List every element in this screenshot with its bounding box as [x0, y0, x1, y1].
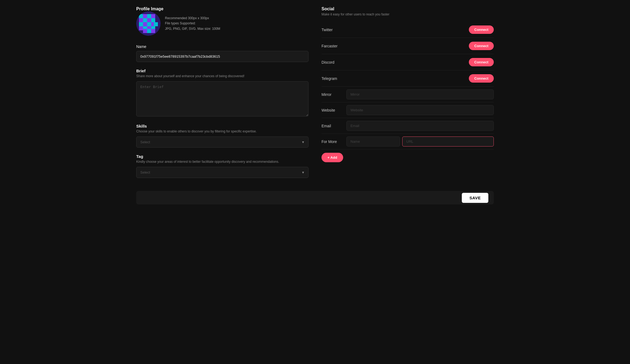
save-button[interactable]: SAVE [462, 193, 488, 203]
social-subtitle: Make it easy for other users to reach yo… [322, 12, 494, 16]
svg-rect-6 [143, 18, 147, 22]
profile-image-info: Recommended 300px x 300px File types Sup… [165, 16, 220, 31]
tag-select[interactable]: Select DeFi NFT Gaming DAO Web3 AI [136, 167, 308, 178]
social-row-mirror: Mirror [322, 87, 494, 102]
profile-image-title: Profile Image [136, 6, 163, 11]
social-email-label: Email [322, 124, 343, 128]
skills-select-wrapper: Select Development Design Marketing Writ… [136, 136, 308, 148]
for-more-name-input[interactable] [346, 136, 400, 147]
tag-select-wrapper: Select DeFi NFT Gaming DAO Web3 AI ▼ [136, 167, 308, 178]
social-mirror-label: Mirror [322, 92, 343, 97]
social-title: Social [322, 6, 494, 11]
email-input[interactable] [346, 121, 494, 131]
social-row-email: Email [322, 118, 494, 134]
social-discord-label: Discord [322, 60, 334, 64]
svg-rect-4 [151, 14, 155, 18]
brief-textarea[interactable] [136, 81, 308, 116]
social-telegram-label: Telegram [322, 76, 337, 81]
svg-rect-13 [154, 22, 158, 26]
social-row-discord: Discord Connect [322, 54, 494, 70]
svg-rect-8 [151, 18, 155, 22]
svg-rect-7 [147, 18, 151, 22]
skills-select[interactable]: Select Development Design Marketing Writ… [136, 136, 308, 148]
svg-rect-5 [139, 18, 143, 22]
farcaster-connect-button[interactable]: Connect [469, 42, 494, 50]
mirror-input[interactable] [346, 89, 494, 99]
social-twitter-label: Twitter [322, 28, 333, 32]
svg-rect-18 [143, 29, 147, 33]
svg-rect-10 [143, 22, 147, 26]
profile-image-row: Recommended 300px x 300px File types Sup… [136, 11, 308, 36]
svg-rect-2 [143, 14, 147, 18]
skills-label: Skills [136, 124, 308, 128]
discord-connect-button[interactable]: Connect [469, 58, 494, 66]
name-input[interactable] [136, 51, 308, 62]
social-header: Social Make it easy for other users to r… [322, 6, 494, 16]
tag-sublabel: Kindly choose your areas of interest to … [136, 160, 308, 164]
brief-field-group: Brief Share more about yourself and enha… [136, 69, 308, 117]
svg-rect-11 [147, 22, 151, 26]
twitter-connect-button[interactable]: Connect [469, 25, 494, 34]
for-more-url-input[interactable] [402, 136, 494, 147]
for-more-label: For More [322, 139, 343, 144]
avatar[interactable] [136, 11, 161, 36]
skills-sublabel: Choose your skills to enable others to d… [136, 129, 308, 133]
name-label: Name [136, 44, 308, 49]
social-row-farcaster: Farcaster Connect [322, 38, 494, 54]
telegram-connect-button[interactable]: Connect [469, 74, 494, 83]
bottom-bar: SAVE [136, 191, 494, 204]
svg-rect-9 [139, 22, 143, 26]
social-row-twitter: Twitter Connect [322, 22, 494, 38]
svg-rect-3 [147, 14, 151, 18]
for-more-inputs [346, 136, 494, 147]
brief-sublabel: Share more about yourself and enhance yo… [136, 74, 308, 78]
social-row-for-more: For More [322, 134, 494, 150]
social-row-telegram: Telegram Connect [322, 70, 494, 87]
brief-label: Brief [136, 69, 308, 73]
social-row-website: Website [322, 102, 494, 118]
svg-rect-20 [151, 29, 155, 33]
svg-rect-14 [139, 26, 143, 30]
tag-field-group: Tag Kindly choose your areas of interest… [136, 154, 308, 178]
tag-label: Tag [136, 154, 308, 159]
svg-rect-19 [147, 29, 151, 33]
social-website-label: Website [322, 108, 343, 112]
svg-rect-1 [139, 14, 143, 18]
name-field-group: Name [136, 44, 308, 62]
website-input[interactable] [346, 105, 494, 115]
social-farcaster-label: Farcaster [322, 44, 337, 48]
skills-field-group: Skills Choose your skills to enable othe… [136, 124, 308, 148]
add-button[interactable]: + Add [322, 153, 343, 162]
